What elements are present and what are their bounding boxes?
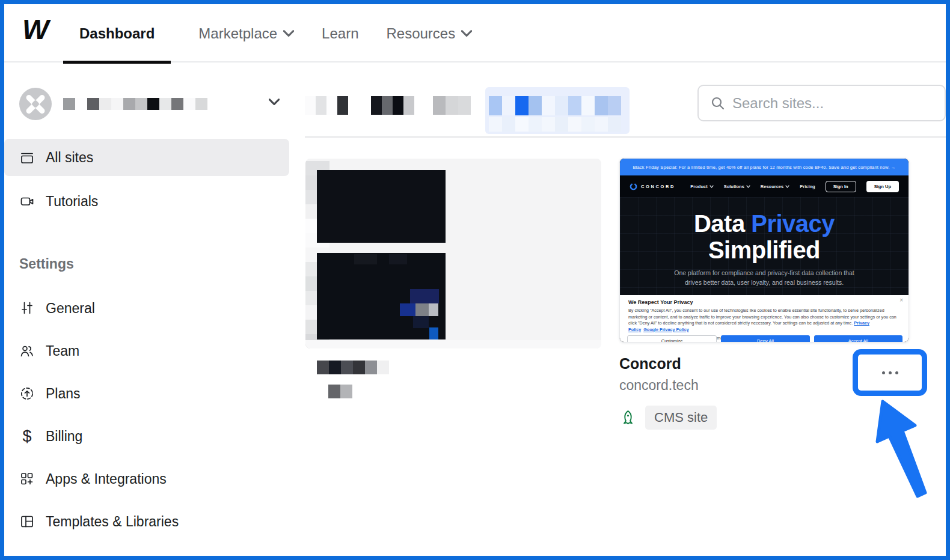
search-icon [711, 96, 725, 111]
thumb-site-nav: CONCORD Product Solutions Resources Pric… [620, 175, 909, 197]
settings-section-header: Settings [19, 256, 74, 272]
search-sites-box [697, 85, 946, 121]
sidebar-item-plans[interactable]: Plans [4, 379, 289, 409]
sliders-icon [19, 300, 35, 316]
sidebar-label: Billing [46, 428, 82, 445]
rocket-icon [619, 409, 637, 427]
thumb-signup-button: Sign Up [866, 181, 899, 192]
sidebar-label: General [46, 300, 95, 317]
thumb-hero-heading: Data PrivacySimplified [620, 210, 909, 263]
top-navigation-bar: W Dashboard Marketplace Learn Resources [4, 4, 946, 62]
nav-item-resources[interactable]: Resources [386, 4, 472, 62]
concord-wordmark: CONCORD [641, 184, 675, 189]
content-divider [305, 136, 946, 138]
thumb-hero-subtitle: One platform for compliance and privacy-… [620, 268, 909, 287]
cms-site-badge: CMS site [645, 406, 717, 430]
thumb-nav-pricing: Pricing [800, 184, 815, 189]
tab-redacted-active[interactable] [485, 87, 630, 134]
site-badge-row: CMS site [619, 406, 717, 430]
nav-label-learn: Learn [322, 25, 358, 42]
nav-item-marketplace[interactable]: Marketplace [198, 4, 294, 62]
nav-item-learn[interactable]: Learn [322, 4, 358, 62]
redacted-screenshot-block [317, 170, 446, 243]
screenshot-frame: W Dashboard Marketplace Learn Resources [0, 0, 950, 560]
webflow-logo-icon[interactable]: W [22, 13, 46, 46]
concord-logo: CONCORD [630, 183, 675, 190]
search-input[interactable] [732, 95, 913, 112]
sites-icon [19, 150, 35, 165]
thumb-hero: Data PrivacySimplified One platform for … [620, 197, 909, 295]
sidebar-item-templates-libraries[interactable]: Templates & Libraries [4, 507, 289, 537]
video-camera-icon [19, 193, 35, 209]
sidebar-item-billing[interactable]: $ Billing [4, 421, 289, 451]
sidebar-label: Team [46, 343, 79, 359]
site-card-concord-thumbnail[interactable]: Black Friday Special: For a limited time… [619, 158, 909, 342]
primary-nav: Dashboard Marketplace Learn Resources [63, 4, 472, 62]
dollar-icon: $ [19, 428, 35, 444]
tab-active-pixels [489, 96, 621, 115]
thumb-promo-banner: Black Friday Special: For a limited time… [620, 159, 909, 175]
site-name-redacted [317, 361, 389, 374]
team-people-icon [19, 343, 35, 359]
sidebar-item-team[interactable]: Team [4, 336, 289, 366]
layout-panels-icon [19, 514, 35, 529]
google-privacy-policy-link: Google Privacy Policy [643, 327, 689, 332]
apps-grid-plus-icon [19, 471, 35, 487]
workspace-avatar [19, 88, 52, 120]
sidebar-item-apps-integrations[interactable]: Apps & Integrations [4, 464, 289, 494]
tab-active-pixels-sub [489, 117, 621, 132]
cookie-body: By clicking "Accept All", you consent to… [628, 308, 900, 333]
nav-label-marketplace: Marketplace [198, 25, 277, 42]
thumb-signin-button: Sign In [826, 181, 856, 192]
thumb-nav-resources: Resources [761, 184, 789, 189]
site-subtitle-redacted [328, 385, 352, 398]
workspace-name-redacted[interactable] [63, 98, 207, 110]
thumb-nav-menu: Product Solutions Resources Pricing Sign… [690, 181, 899, 192]
tab-redacted-1[interactable] [305, 96, 348, 115]
thumb-nav-product: Product [690, 184, 713, 189]
sidebar-label: Apps & Integrations [46, 471, 167, 487]
deny-all-button: Deny All [721, 335, 809, 342]
annotation-arrow-icon [866, 391, 932, 505]
sidebar-item-general[interactable]: General [4, 293, 289, 323]
nav-label-resources: Resources [386, 25, 455, 42]
redacted-pixels-row [305, 340, 601, 348]
site-menu-ellipsis-button[interactable] [877, 367, 903, 379]
thumb-cookie-banner: We Respect Your Privacy × By clicking "A… [620, 295, 909, 342]
chevron-down-icon [283, 30, 294, 37]
tab-redacted-3[interactable] [433, 96, 471, 115]
redacted-screenshot-block [317, 253, 446, 339]
sidebar-label: All sites [46, 150, 93, 166]
nav-label-dashboard: Dashboard [79, 25, 155, 42]
nav-item-dashboard[interactable]: Dashboard [63, 4, 171, 62]
thumb-nav-solutions: Solutions [724, 184, 750, 189]
cookie-heading: We Respect Your Privacy [628, 299, 900, 305]
workspace-chevron-down-icon[interactable] [269, 99, 280, 105]
site-card-redacted-thumbnail[interactable] [305, 159, 601, 348]
concord-ring-icon [630, 183, 637, 190]
chevron-down-icon [461, 30, 472, 37]
site-domain: concord.tech [619, 377, 699, 394]
cookie-buttons: Customize Deny All Accept All [627, 335, 902, 342]
tab-redacted-2[interactable] [371, 96, 414, 115]
accept-all-button: Accept All [814, 335, 902, 342]
site-title[interactable]: Concord [619, 355, 681, 373]
sidebar-label: Tutorials [46, 193, 98, 210]
sidebar-label: Plans [46, 386, 81, 402]
annotation-highlight-box [853, 349, 927, 396]
close-icon: × [899, 297, 903, 303]
sidebar-item-tutorials[interactable]: Tutorials [4, 183, 289, 219]
upgrade-circle-arrow-icon [19, 386, 35, 401]
sidebar-label: Templates & Libraries [46, 514, 179, 530]
customize-button: Customize [627, 335, 717, 342]
sidebar-item-all-sites[interactable]: All sites [4, 139, 289, 176]
